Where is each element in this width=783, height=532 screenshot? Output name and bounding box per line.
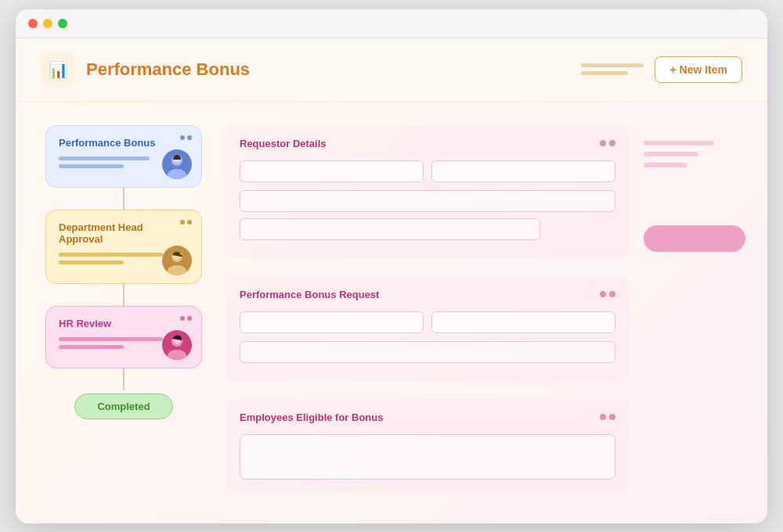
side-line [644,141,714,146]
header-line-2 [581,71,628,75]
section-header: Employees Eligible for Bonus [240,412,615,423]
section-title: Employees Eligible for Bonus [240,412,383,423]
app-window: 📊 Performance Bonus + New Item [16,9,767,523]
section-header: Requestor Details [240,138,615,149]
workflow-card-hr-review[interactable]: HR Review [45,306,202,368]
chart-icon: 📊 [49,60,68,79]
section-dot [600,291,606,297]
field-full[interactable] [240,218,540,240]
workflow-column: Performance Bonus [38,125,210,492]
card-line [59,156,150,160]
field-box[interactable] [431,160,615,182]
field-row [240,160,615,182]
header-decoration [581,63,644,75]
header-left: 📊 Performance Bonus [41,52,250,87]
close-button[interactable] [28,19,38,28]
side-column [644,125,745,492]
avatar [162,330,192,360]
side-line [644,152,698,156]
new-item-button[interactable]: + New Item [655,56,742,83]
card-line [59,345,124,349]
completed-badge: Completed [74,394,172,419]
section-dots [600,140,615,146]
card-line [59,261,124,264]
workflow-card-performance-bonus[interactable]: Performance Bonus [45,125,202,188]
employees-textarea[interactable] [240,434,615,480]
card-dots [180,220,192,225]
field-box[interactable] [431,311,615,333]
field-full[interactable] [240,341,615,363]
side-line [644,163,687,167]
card-dot [180,220,185,225]
card-dot [180,135,185,140]
svg-point-4 [168,265,186,275]
section-dots [600,291,615,297]
svg-point-7 [168,350,186,360]
card-title: HR Review [59,318,189,329]
side-action-button[interactable] [644,225,745,252]
section-dot [609,140,615,146]
card-dots [180,316,192,321]
connector [123,284,124,306]
performance-bonus-request-section: Performance Bonus Request [226,276,630,382]
section-title: Requestor Details [240,138,327,149]
page-title: Performance Bonus [86,59,250,80]
card-dot [187,220,192,225]
field-row [240,311,615,333]
titlebar [16,9,767,38]
page-icon: 📊 [41,52,75,87]
card-dots [180,135,192,140]
main-content: Performance Bonus [16,102,767,516]
card-dot [180,316,185,321]
section-title: Performance Bonus Request [240,289,379,300]
workflow-card-dept-approval[interactable]: Department Head Approval [45,210,202,284]
right-section: Requestor Details [210,125,745,492]
section-dot [600,140,606,146]
section-dot [609,291,615,297]
card-line [59,337,163,341]
header-right: + New Item [581,56,742,83]
section-dot [600,414,606,420]
field-full[interactable] [240,190,615,212]
form-column: Requestor Details [226,125,630,492]
svg-point-1 [168,169,186,179]
field-box[interactable] [240,311,424,333]
avatar [162,246,192,275]
minimize-button[interactable] [43,19,52,28]
app-container: 📊 Performance Bonus + New Item [16,38,767,523]
avatar [162,149,192,179]
section-header: Performance Bonus Request [240,289,615,300]
card-dot [187,135,192,140]
section-dot [609,414,615,420]
card-title: Performance Bonus [59,137,189,149]
connector [123,188,124,210]
connector [123,368,124,390]
employees-eligible-section: Employees Eligible for Bonus [226,399,630,492]
card-line [59,164,124,168]
header-line-1 [581,63,644,67]
card-dot [187,316,192,321]
card-title: Department Head Approval [59,221,189,245]
side-lines [644,141,745,167]
card-line [59,253,163,257]
maximize-button[interactable] [58,19,67,28]
requestor-details-section: Requestor Details [226,125,630,259]
field-box[interactable] [240,160,424,182]
page-header: 📊 Performance Bonus + New Item [16,38,767,102]
section-dots [600,414,615,420]
